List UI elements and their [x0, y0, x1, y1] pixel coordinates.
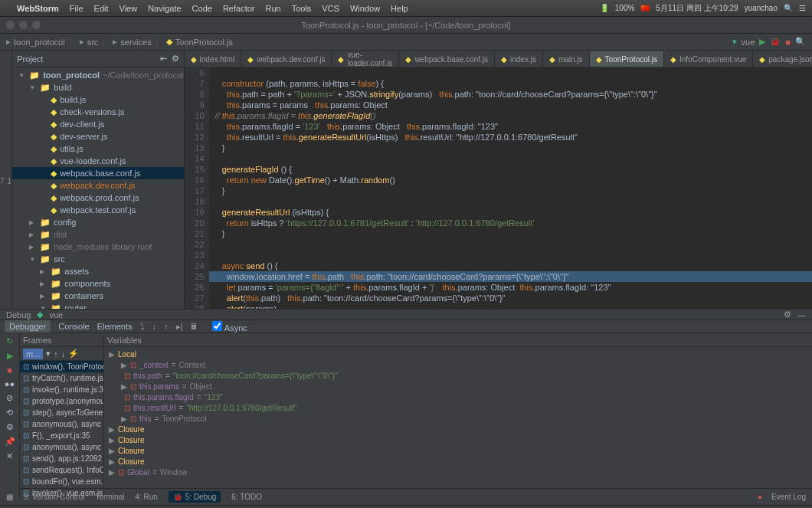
stack-frame[interactable]: ⊡sendRequest(), InfoC	[20, 464, 103, 476]
stack-frame[interactable]: ⊡tryCatch(), runtime.js	[20, 372, 103, 384]
debugger-tab[interactable]: Debugger	[5, 320, 51, 333]
hide-icon[interactable]: —	[797, 310, 806, 320]
editor-tab[interactable]: ◆webpack.base.conf.js	[399, 51, 495, 67]
tree-item[interactable]: ▼📁router	[12, 302, 183, 309]
code-line[interactable]	[209, 67, 812, 78]
menu-edit[interactable]: Edit	[94, 4, 109, 13]
tool-window-button[interactable]: 9: Version Control	[24, 491, 85, 503]
run-button[interactable]: ▶	[759, 37, 765, 47]
run-to-cursor-icon[interactable]: ▸|	[176, 322, 183, 332]
debug-tab-label[interactable]: Debug	[6, 310, 31, 320]
pin-icon[interactable]: 📌	[5, 437, 15, 447]
rerun-icon[interactable]: ↻	[6, 336, 13, 346]
project-tree[interactable]: ▼📁toon_protocol ~/Code/toon_protocol▼📁bu…	[12, 67, 183, 309]
evaluate-icon[interactable]: 🖩	[190, 322, 198, 331]
bc-p2[interactable]: services	[120, 38, 151, 47]
variable-row[interactable]: ▶ Closure	[104, 445, 812, 456]
tree-item[interactable]: ◆build.js	[12, 93, 183, 106]
debug-button[interactable]: 🐞	[770, 37, 781, 47]
project-stripe-button[interactable]: 1	[8, 177, 12, 185]
editor-content[interactable]: constructor (path, params, isHttps = fal…	[209, 67, 812, 309]
next-frame-icon[interactable]: ↓	[61, 349, 66, 359]
code-line[interactable]	[209, 196, 812, 207]
variable-row[interactable]: ▶ ⊡ this.params = Object	[104, 381, 812, 392]
notif-icon[interactable]: ☰	[799, 4, 806, 12]
code-line[interactable]: generateResultUrl (isHttps) {	[209, 207, 812, 218]
spotlight-icon[interactable]: 🔍	[784, 4, 793, 12]
project-tab-title[interactable]: Project	[17, 54, 43, 64]
bc-root[interactable]: toon_protocol	[14, 38, 65, 47]
code-line[interactable]	[209, 153, 812, 164]
stack-frame[interactable]: ⊡send(), app.js:12092	[20, 453, 103, 464]
tool-window-button[interactable]: 6: TODO	[231, 491, 262, 503]
tree-item[interactable]: ◆webpack.base.conf.js	[12, 167, 183, 179]
editor-gutter[interactable]: 6789101112131415161718192021222324252627…	[185, 67, 209, 309]
tree-item[interactable]: ◆webpack.dev.conf.js	[12, 179, 183, 192]
menu-window[interactable]: Window	[350, 4, 380, 13]
tool-window-button[interactable]: 4: Run	[135, 491, 157, 503]
stop-icon[interactable]: ■	[7, 365, 12, 375]
code-line[interactable]: let params = 'params={"flagId":' + this.…	[209, 282, 812, 293]
code-line[interactable]: constructor (path, params, isHttps = fal…	[209, 78, 812, 89]
tree-item[interactable]: ▼📁src	[12, 253, 183, 265]
tree-item[interactable]: ▶📁components	[12, 277, 183, 290]
tool-window-button[interactable]: 🐞 5: Debug	[169, 491, 221, 503]
menu-vcs[interactable]: VCS	[322, 4, 339, 13]
code-line[interactable]: return isHttps ? 'https://127.0.0.1:6781…	[209, 218, 812, 228]
code-line[interactable]: }	[209, 185, 812, 196]
settings-icon[interactable]: ⚙	[6, 422, 14, 432]
code-line[interactable]: this.params.flagId = '123' this.params: …	[209, 121, 812, 132]
collapse-icon[interactable]: ⇤	[160, 54, 167, 64]
minimize-window-button[interactable]	[19, 21, 28, 29]
search-icon[interactable]: 🔍	[795, 37, 806, 47]
chevron-down-icon[interactable]: ▾	[46, 349, 51, 359]
code-line[interactable]: alert(this.path) this.path: "toon://card…	[209, 293, 812, 303]
stack-frame[interactable]: ⊡prototype.(anonymou	[20, 395, 103, 407]
close-window-button[interactable]	[6, 21, 15, 29]
tree-item[interactable]: ◆utils.js	[12, 143, 183, 155]
stack-frame[interactable]: ⊡anonymous(), async	[20, 418, 103, 430]
code-line[interactable]: window.location.href = this.path this.pa…	[209, 271, 812, 282]
async-checkbox[interactable]	[212, 321, 222, 331]
tree-item[interactable]: ◆dev-client.js	[12, 118, 183, 130]
clock[interactable]: 5月11日 周四 上午10:29	[656, 3, 738, 14]
editor-tab[interactable]: ◆index.js	[495, 51, 543, 67]
tool-stripe-icon[interactable]: ▦	[6, 493, 13, 501]
step-over-icon[interactable]: ⤵	[140, 322, 145, 331]
menu-view[interactable]: View	[120, 4, 138, 13]
event-log-button[interactable]: Event Log	[771, 493, 806, 501]
tree-item[interactable]: ▼📁build	[12, 81, 183, 93]
variable-row[interactable]: ⊡ this.resultUrl = "http://127.0.0.1:678…	[104, 402, 812, 413]
tree-item[interactable]: ▶📁containers	[12, 290, 183, 302]
stack-frame[interactable]: ⊡window(), ToonProtoc	[20, 361, 103, 372]
code-line[interactable]: this.params = params this.params: Object	[209, 100, 812, 110]
variable-row[interactable]: ▶ Local	[104, 349, 812, 359]
variable-row[interactable]: ⊡ this.params.flagId = "123"	[104, 392, 812, 402]
menu-code[interactable]: Code	[192, 4, 212, 13]
stop-button[interactable]: ■	[785, 38, 791, 47]
gear-icon[interactable]: ⚙	[784, 310, 791, 320]
prev-frame-icon[interactable]: ↑	[54, 349, 58, 359]
zoom-window-button[interactable]	[32, 21, 41, 29]
menu-navigate[interactable]: Navigate	[148, 4, 181, 13]
tree-root[interactable]: ▼📁toon_protocol ~/Code/toon_protocol	[12, 69, 183, 81]
code-line[interactable]: this.path = path + '?params=' + JSON.str…	[209, 89, 812, 100]
bc-file[interactable]: ToonProtocol.js	[175, 38, 233, 47]
menu-help[interactable]: Help	[391, 4, 408, 13]
code-line[interactable]: }	[209, 228, 812, 239]
tree-item[interactable]: ▶📁config	[12, 216, 183, 228]
editor-tab[interactable]: ◆ToonProtocol.js	[590, 51, 664, 67]
variable-row[interactable]: ⊡ this.path = "toon://card/chooseCard?pa…	[104, 370, 812, 381]
console-tab[interactable]: Console	[58, 322, 89, 331]
code-line[interactable]: alert(params)	[209, 303, 812, 309]
tree-item[interactable]: ◆webpack.test.conf.js	[12, 204, 183, 216]
menu-run[interactable]: Run	[265, 4, 280, 13]
variable-row[interactable]: ▶ ⊡ _context = Context	[104, 359, 812, 370]
editor-tab[interactable]: ◆package.json	[753, 51, 812, 67]
editor-tab[interactable]: ◆index.html	[185, 51, 242, 67]
stack-frame[interactable]: ⊡step(), asyncToGene	[20, 407, 103, 418]
editor-tab[interactable]: ◆main.js	[543, 51, 590, 67]
stack-frame[interactable]: ⊡invoke(), runtime.js:3	[20, 384, 103, 395]
filter-icon[interactable]: ⚡	[68, 349, 79, 359]
status-icons[interactable]: 🔋	[600, 4, 609, 12]
